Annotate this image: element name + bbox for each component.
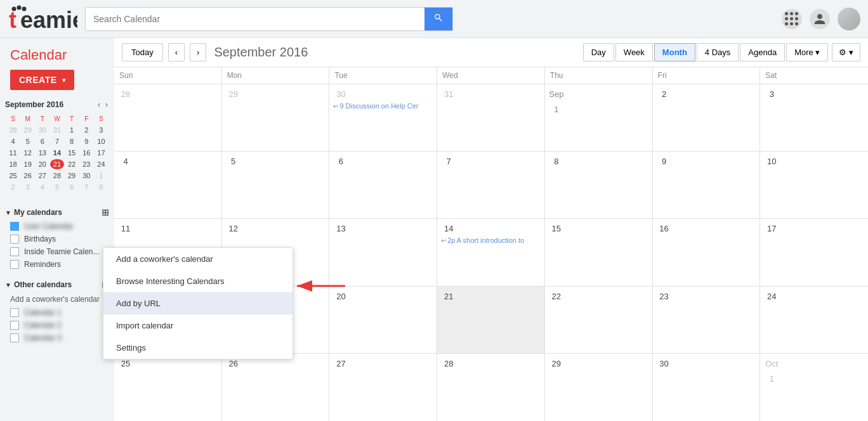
other-calendar-item[interactable]: Calendar 1 <box>0 306 114 319</box>
my-calendars-header[interactable]: ▼ My calendars ⊞ <box>0 205 114 220</box>
mini-cal-day[interactable]: 4 <box>6 136 20 146</box>
mini-cal-day[interactable]: 22 <box>65 159 79 169</box>
mini-cal-day[interactable]: 7 <box>50 136 63 146</box>
calendar-day[interactable]: 16 <box>653 219 761 285</box>
mini-cal-day[interactable]: 24 <box>95 159 108 169</box>
week-view-button[interactable]: Week <box>615 43 653 62</box>
mini-cal-day[interactable]: 8 <box>65 136 79 146</box>
other-calendar-item[interactable]: Calendar 2 <box>0 319 114 332</box>
mini-cal-day[interactable]: 20 <box>36 159 49 169</box>
mini-cal-day[interactable]: 23 <box>80 159 93 169</box>
mini-cal-day[interactable]: 5 <box>50 182 63 192</box>
calendar-day[interactable]: 27 <box>329 354 437 421</box>
calendar-day[interactable]: 31 <box>437 84 545 151</box>
calendar-day[interactable]: 3 <box>760 84 868 151</box>
4days-view-button[interactable]: 4 Days <box>697 43 739 62</box>
mini-cal-day[interactable]: 5 <box>21 136 34 146</box>
mini-cal-day[interactable]: 10 <box>95 136 108 146</box>
calendar-day[interactable]: 13 <box>329 219 437 285</box>
calendar-day[interactable]: 15 <box>545 219 653 285</box>
day-view-button[interactable]: Day <box>583 43 614 62</box>
mini-cal-day[interactable]: 14 <box>50 148 63 158</box>
mini-cal-day[interactable]: 26 <box>21 171 34 181</box>
my-calendar-item[interactable]: Inside Teamie Calen... <box>0 245 114 258</box>
calendar-day[interactable]: 2 <box>653 84 761 151</box>
today-button[interactable]: Today <box>122 43 163 62</box>
mini-cal-day[interactable]: 9 <box>80 136 93 146</box>
mini-cal-day[interactable]: 28 <box>6 125 20 135</box>
mini-cal-day[interactable]: 16 <box>80 148 93 158</box>
mini-cal-day[interactable]: 27 <box>36 171 49 181</box>
mini-cal-day[interactable]: 30 <box>36 125 49 135</box>
mini-cal-day[interactable]: 21 <box>50 159 63 169</box>
my-calendar-item[interactable]: Birthdays <box>0 233 114 245</box>
calendar-day[interactable]: 7 <box>437 152 545 218</box>
calendar-checkbox[interactable] <box>10 308 19 317</box>
more-button[interactable]: More ▾ <box>786 43 828 62</box>
mini-cal-day[interactable]: 3 <box>95 125 108 135</box>
avatar[interactable] <box>838 8 860 30</box>
next-button[interactable]: › <box>190 43 206 62</box>
calendar-day[interactable]: 24 <box>760 287 868 353</box>
mini-cal-day[interactable]: 15 <box>65 148 79 158</box>
mini-cal-day[interactable]: 31 <box>50 125 63 135</box>
calendar-day[interactable]: 30 <box>653 354 761 421</box>
month-view-button[interactable]: Month <box>654 43 695 62</box>
mini-cal-day[interactable]: 3 <box>21 182 34 192</box>
calendar-day[interactable]: 23 <box>653 287 761 353</box>
mini-cal-day[interactable]: 29 <box>65 171 79 181</box>
calendar-day[interactable]: 20 <box>329 287 437 353</box>
mini-cal-day[interactable]: 29 <box>21 125 34 135</box>
apps-icon[interactable] <box>782 9 802 29</box>
create-button[interactable]: CREATE ▾ <box>10 70 74 90</box>
mini-cal-day[interactable]: 6 <box>36 136 49 146</box>
mini-cal-day[interactable]: 28 <box>50 171 63 181</box>
calendar-day[interactable]: Oct 1 <box>760 354 868 421</box>
mini-cal-day[interactable]: 12 <box>21 148 34 158</box>
search-button[interactable] <box>424 8 452 30</box>
other-calendar-item[interactable]: Calendar 3 <box>0 332 114 344</box>
mini-cal-day[interactable]: 19 <box>21 159 34 169</box>
other-calendars-header[interactable]: ▼ Other calendars ⊞ <box>0 277 114 292</box>
calendar-day[interactable]: 22 <box>545 287 653 353</box>
mini-cal-day[interactable]: 4 <box>36 182 49 192</box>
logo[interactable]: t eamie <box>8 5 77 33</box>
calendar-day[interactable]: 17 <box>760 219 868 285</box>
mini-cal-day[interactable]: 30 <box>80 171 93 181</box>
dropdown-menu-item[interactable]: Browse Interesting Calendars <box>103 270 293 292</box>
calendar-checkbox[interactable] <box>10 321 19 330</box>
mini-cal-day[interactable]: 11 <box>6 148 20 158</box>
calendar-checkbox[interactable] <box>10 247 19 256</box>
mini-cal-day[interactable]: 17 <box>95 148 108 158</box>
mini-next-btn[interactable]: › <box>104 100 109 109</box>
mini-cal-day[interactable]: 1 <box>65 125 79 135</box>
calendar-checkbox[interactable] <box>10 222 19 231</box>
calendar-day[interactable]: 28 <box>437 354 545 421</box>
mini-cal-day[interactable]: 6 <box>65 182 79 192</box>
mini-cal-day[interactable]: 2 <box>6 182 20 192</box>
calendar-day[interactable]: 29 <box>222 84 330 151</box>
my-calendars-settings-icon[interactable]: ⊞ <box>102 207 109 217</box>
calendar-day[interactable]: 4 <box>114 152 222 218</box>
my-calendar-item[interactable]: Reminders <box>0 258 114 271</box>
calendar-day[interactable]: 29 <box>545 354 653 421</box>
mini-cal-title[interactable]: September 2016 <box>5 100 63 109</box>
calendar-event[interactable]: ↩9 Discussion on Help Cer <box>333 102 433 110</box>
my-calendar-item[interactable]: User Calendar <box>0 220 114 233</box>
calendar-day[interactable]: 14↩2p A short introduction to <box>437 219 545 285</box>
account-icon[interactable] <box>810 9 830 29</box>
calendar-day[interactable]: Sep 1 <box>545 84 653 151</box>
calendar-event[interactable]: ↩2p A short introduction to <box>441 236 541 244</box>
prev-button[interactable]: ‹ <box>168 43 185 62</box>
dropdown-menu-item[interactable]: Add a coworker's calendar <box>103 248 293 270</box>
calendar-day[interactable]: 28 <box>114 84 222 151</box>
dropdown-menu-item[interactable]: Import calendar <box>103 314 293 337</box>
calendar-day[interactable]: 30↩9 Discussion on Help Cer <box>329 84 437 151</box>
calendar-checkbox[interactable] <box>10 260 19 269</box>
agenda-view-button[interactable]: Agenda <box>740 43 785 62</box>
calendar-day[interactable]: 25 <box>114 354 222 421</box>
dropdown-menu-item[interactable]: Add by URL <box>103 292 293 314</box>
calendar-checkbox[interactable] <box>10 235 19 243</box>
mini-prev-btn[interactable]: ‹ <box>96 100 102 109</box>
calendar-day[interactable]: 26 <box>222 354 330 421</box>
